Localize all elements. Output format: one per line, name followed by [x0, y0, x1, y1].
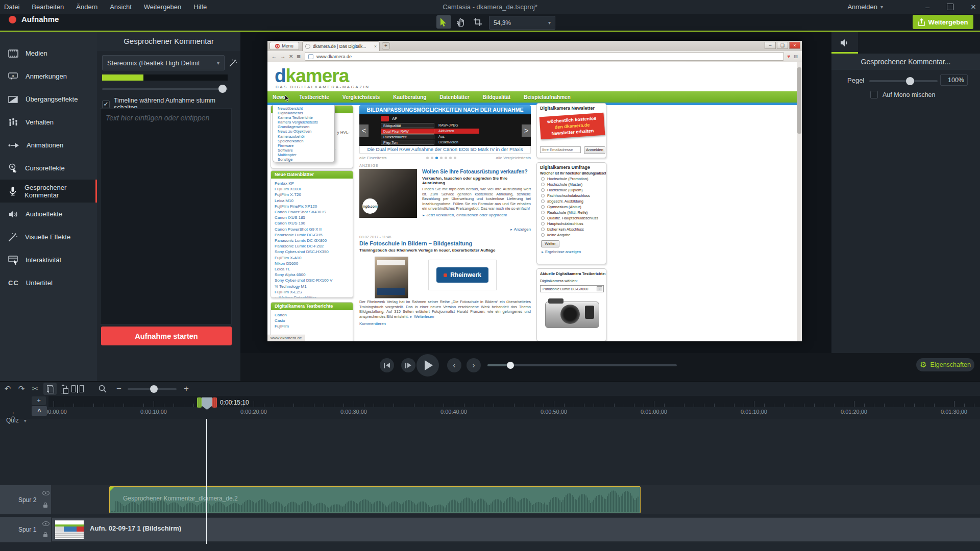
scrubber-knob[interactable]	[507, 362, 514, 369]
pan-tool-button[interactable]	[453, 15, 468, 29]
close-button[interactable]: ×	[971, 2, 976, 12]
start-recording-button[interactable]: Aufnahme starten	[101, 327, 232, 345]
scrubber[interactable]	[487, 364, 677, 366]
restore-button[interactable]	[947, 4, 953, 10]
lock-icon[interactable]	[43, 505, 47, 508]
animations-icon	[8, 142, 19, 149]
mono-checkbox[interactable]: Auf Mono mischen	[870, 91, 936, 98]
datasheet-link: Pentax KP	[275, 181, 353, 186]
app-titlebar: Camtasia - dkamera_de.tscproj* DateiBear…	[0, 0, 980, 14]
selection-in-handle[interactable]	[197, 397, 202, 408]
selection-out-handle[interactable]	[212, 397, 217, 408]
quiz-dropdown[interactable]: Quiz ▾	[6, 417, 27, 424]
tab-audio[interactable]	[831, 32, 858, 54]
sidebar-item-anmerkungen[interactable]: a Anmerkungen	[0, 65, 97, 88]
account-menu[interactable]: Anmelden ▾	[847, 0, 883, 14]
share-button[interactable]: Weitergeben	[913, 15, 973, 29]
menu-item[interactable]: Bearbeiten	[32, 3, 64, 11]
timeline-zoom-knob[interactable]	[150, 385, 158, 393]
gain-slider-knob[interactable]	[218, 85, 227, 93]
track-header-spur2[interactable]: Spur 2	[0, 485, 51, 514]
sidebar-item-untertitel[interactable]: CC Untertitel	[0, 271, 97, 294]
browser-status-text: www.dkamera.de	[267, 335, 305, 341]
zoom-out-button[interactable]: −	[112, 383, 126, 395]
article-date: 08.02.2017 - 11:46	[359, 235, 531, 239]
sidebar-item-gesprochener-kommentar[interactable]: Gesprochener Kommentar	[0, 180, 97, 203]
split-button[interactable]	[71, 383, 84, 395]
eye-icon[interactable]	[42, 521, 50, 526]
track-row-spur2[interactable]: Spur 2 Gesprochener Kommentar_dkamera_de…	[0, 485, 980, 514]
ruler-label: 0:00:10;00	[133, 409, 174, 415]
lock-icon[interactable]	[43, 534, 47, 537]
poll-option: Realschule (Mittl. Reife)	[541, 210, 606, 215]
sidebar-item-audioeffekte[interactable]: Audioeffekte	[0, 203, 97, 226]
video-clip[interactable]: Aufn. 02-09-17 1 (Bildschirm)	[52, 518, 980, 541]
zoom-magnifier-icon[interactable]	[96, 383, 109, 395]
datasheet-link: FujiFilm FinePix XP120	[275, 204, 353, 209]
level-slider[interactable]	[869, 80, 938, 82]
previous-frame-button[interactable]	[380, 358, 394, 372]
canvas-zoom-select[interactable]: 54,3% ▾	[489, 16, 555, 30]
collapse-tracks-button[interactable]: ^	[32, 406, 47, 416]
play-button[interactable]	[416, 354, 439, 377]
svg-text:a: a	[12, 73, 14, 78]
undo-button[interactable]: ↶	[1, 383, 14, 395]
reviews-header: Aktuelle Digitalkamera Testberichte:	[537, 269, 606, 276]
chevron-down-icon: ▾	[880, 4, 883, 10]
speaker-icon	[840, 38, 850, 47]
sidebar-item-interaktivitaet[interactable]: Interaktivität	[0, 248, 97, 271]
timeline-ruler[interactable]: 0:00:00;000:00:10;000:00:20;000:00:30;00…	[0, 396, 980, 419]
properties-toggle-button[interactable]: ⚙ Eigenschaften	[916, 358, 974, 371]
eye-icon[interactable]	[42, 491, 50, 495]
menu-item[interactable]: Ändern	[76, 3, 97, 11]
sidebar-item-cursoreffekte[interactable]: Cursoreffekte	[0, 157, 97, 180]
datasheet-link: FujiFilm X-A10	[275, 255, 353, 261]
copy-button[interactable]	[43, 383, 57, 395]
checkbox-checked[interactable]: ✓	[102, 101, 110, 108]
menu-item[interactable]: Hilfe	[193, 3, 207, 11]
track-header-spur1[interactable]: Spur 1	[0, 517, 51, 542]
sidebar-item-medien[interactable]: Medien	[0, 42, 97, 65]
redo-button[interactable]: ↷	[15, 383, 28, 395]
audio-device-select[interactable]: Stereomix (Realtek High Definit ▾	[102, 55, 225, 70]
sidebar-item-verhalten[interactable]: Verhalten	[0, 111, 97, 134]
audio-setup-button[interactable]	[228, 56, 239, 69]
news-menu-item: Digitalkameras	[273, 111, 334, 115]
properties-title: Gesprochener Kommentar...	[831, 54, 980, 70]
menu-item[interactable]: Datei	[4, 3, 19, 11]
sidebar-item-animationen[interactable]: Animationen	[0, 134, 97, 157]
level-slider-knob[interactable]	[906, 77, 914, 85]
comment-link: Kommentieren	[359, 321, 531, 326]
input-gain-slider[interactable]	[102, 85, 228, 93]
menu-item[interactable]: Weitergeben	[144, 3, 181, 11]
record-label[interactable]: Aufnahme	[21, 15, 59, 23]
audio-clip[interactable]: Gesprochener Kommentar_dkamera_de.2	[109, 486, 641, 513]
narration-script-input[interactable]	[100, 108, 232, 324]
newsletter-email-input	[540, 146, 581, 153]
cut-button[interactable]: ✂	[29, 383, 42, 395]
crop-tool-button[interactable]	[470, 15, 485, 29]
track-row-spur1[interactable]: Spur 1 Aufn. 02-09-17 1 (Bildschirm)	[0, 517, 980, 542]
record-icon[interactable]	[9, 16, 16, 23]
article-headline: Die Fotoschule in Bildern – Bildgestaltu…	[359, 240, 531, 246]
minimize-button[interactable]: –	[925, 3, 929, 11]
browser-tab: dkamera.de | Das Digitalk... ×	[302, 41, 380, 51]
previous-clip-button[interactable]: ‹	[447, 358, 461, 372]
zoom-in-button[interactable]: +	[180, 383, 193, 395]
datasheet-link: Leica TL	[275, 266, 353, 272]
tracks-area[interactable]: Quiz ▾ Spur 2 Gesprochener Kommentar_dka…	[0, 419, 980, 551]
hand-icon	[457, 18, 465, 27]
menu-item[interactable]: Ansicht	[110, 3, 132, 11]
playhead-handle[interactable]	[202, 397, 212, 410]
paste-button[interactable]	[57, 383, 70, 395]
level-value[interactable]: 100%	[940, 74, 968, 86]
sidebar-item-uebergangseffekte[interactable]: Übergangseffekte	[0, 88, 97, 111]
checkbox-unchecked[interactable]	[870, 91, 878, 98]
next-clip-button[interactable]: ›	[467, 358, 481, 372]
add-track-button[interactable]: +	[32, 396, 46, 405]
sidebar-item-visuelle-effekte[interactable]: Visuelle Effekte	[0, 226, 97, 248]
fade-handle[interactable]	[110, 487, 114, 491]
playhead-line[interactable]	[206, 419, 207, 544]
step-forward-button[interactable]	[401, 358, 415, 372]
select-tool-button[interactable]	[436, 15, 451, 29]
